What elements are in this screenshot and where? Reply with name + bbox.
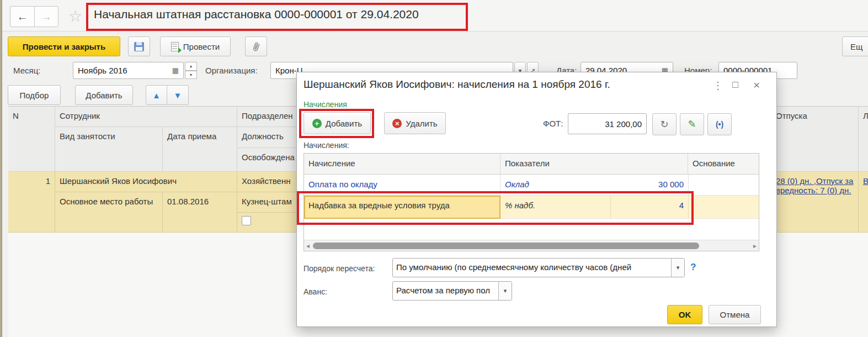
ok-label: OK (679, 310, 691, 319)
accruals-table: Начисление Показатели Основание Оплата п… (303, 153, 759, 251)
dialog-remove-label: Удалить (406, 119, 437, 128)
maximize-icon[interactable]: □ (732, 79, 738, 91)
recalc-value: По умолчанию (по среднемесячному количес… (393, 259, 671, 277)
column-header-employee[interactable]: Сотрудник (55, 107, 237, 127)
close-icon[interactable]: × (753, 78, 760, 92)
advance-value: Расчетом за первую пол (393, 282, 498, 300)
pick-button[interactable]: Подбор (8, 85, 61, 105)
refresh-icon: ↻ (660, 118, 668, 130)
move-up-button[interactable]: ▲ (146, 85, 167, 105)
fot-value: 31 200,00 (605, 119, 642, 129)
page-title: Начальная штатная расстановка 0000-00000… (94, 8, 419, 21)
accrual-row-name[interactable]: Надбавка за вредные условия труда (304, 196, 500, 219)
save-button[interactable] (128, 36, 150, 56)
ok-button[interactable]: OK (667, 305, 702, 324)
window-edge (0, 0, 2, 337)
column-header-indicators[interactable]: Показатели (500, 154, 688, 175)
app-window: ← → ☆ Начальная штатная расстановка 0000… (0, 0, 868, 337)
accrual-row-value[interactable]: 30 000 (611, 175, 688, 196)
save-icon (134, 42, 144, 51)
accruals-table-label: Начисления: (303, 141, 349, 150)
column-header-last[interactable]: Л (859, 107, 868, 172)
title-bar: ← → ☆ Начальная штатная расстановка 0000… (0, 0, 868, 31)
help-link[interactable]: ? (690, 262, 696, 273)
add-row-button[interactable]: Добавить (75, 85, 133, 105)
recalc-dropdown-button[interactable]: ▾ (671, 259, 684, 277)
column-header-n[interactable]: N (8, 107, 55, 172)
accruals-dialog: Шершанский Яков Иосифович: начисления на… (296, 72, 777, 327)
vacations-link[interactable]: 28 (0) дн. ,Отпуск за вредность: 7 (0) д… (776, 176, 853, 195)
dialog-remove-button[interactable]: × Удалить (384, 112, 446, 134)
month-value: Ноябрь 2016 (78, 66, 127, 75)
fot-broadcast-button[interactable]: (•) (707, 113, 732, 135)
last-col-link[interactable]: В (863, 176, 868, 186)
dialog-add-label: Добавить (326, 119, 362, 128)
nav-buttons: ← → (10, 6, 58, 27)
add-row-label: Добавить (86, 91, 122, 100)
fot-refresh-button[interactable]: ↻ (652, 113, 677, 135)
column-header-accrual[interactable]: Начисление (304, 154, 500, 175)
broadcast-icon: (•) (716, 120, 723, 129)
row-number-cell[interactable]: 1 (8, 172, 55, 233)
dialog-add-button[interactable]: + Добавить (303, 112, 371, 134)
more-button[interactable]: Ещ (842, 36, 868, 56)
accrual-row-indicator[interactable]: % надб. (500, 196, 611, 219)
scroll-right-icon[interactable]: ▸ (753, 242, 757, 250)
accrual-row-value[interactable]: 4 (611, 196, 688, 219)
kebab-menu-icon[interactable]: ⋮ (713, 80, 723, 92)
column-header-employment[interactable]: Вид занятости (55, 127, 163, 172)
employee-cell[interactable]: Шершанский Яков Иосифович (55, 172, 237, 192)
pencil-icon: ✎ (688, 118, 696, 130)
post-and-close-button[interactable]: Провести и закрыть (8, 36, 120, 56)
pick-label: Подбор (20, 91, 49, 100)
move-down-button[interactable]: ▼ (167, 85, 189, 105)
accrual-row-basis[interactable] (688, 196, 759, 219)
column-header-vacations[interactable]: Отпуска (771, 107, 859, 172)
advance-dropdown-button[interactable]: ▾ (498, 282, 512, 300)
attachments-button[interactable] (245, 36, 267, 56)
vacations-cell[interactable]: 28 (0) дн. ,Отпуск за вредность: 7 (0) д… (771, 172, 859, 233)
fot-label: ФОТ: (543, 119, 563, 128)
fot-edit-button[interactable]: ✎ (680, 113, 704, 135)
column-header-basis[interactable]: Основание (688, 154, 759, 175)
month-input[interactable]: Ноябрь 2016 ▦ (73, 62, 184, 79)
last-col-cell[interactable]: В (859, 172, 868, 233)
scroll-left-icon[interactable]: ◂ (306, 242, 310, 250)
post-document-icon (171, 42, 179, 51)
organization-label: Организация: (205, 66, 258, 75)
column-header-hire-date[interactable]: Дата приема (163, 127, 237, 172)
released-checkbox[interactable] (242, 216, 251, 225)
accrual-row-indicator[interactable]: Оклад (500, 175, 611, 196)
recalc-select[interactable]: По умолчанию (по среднемесячному количес… (392, 258, 685, 277)
move-down-icon: ▼ (174, 91, 182, 100)
move-up-icon: ▲ (152, 91, 161, 100)
combo-arrow-icon: ▾ (677, 264, 680, 271)
month-step-down-button[interactable]: ▾ (185, 71, 197, 80)
plus-circle-icon: + (312, 119, 322, 128)
forward-button[interactable]: → (34, 6, 58, 27)
spin-down-icon: ▾ (190, 72, 192, 77)
post-and-close-label: Провести и закрыть (23, 42, 105, 51)
month-label: Месяц: (13, 66, 40, 75)
fot-input[interactable]: 31 200,00 (568, 113, 647, 134)
cancel-button[interactable]: Отмена (709, 305, 761, 324)
hire-date-cell[interactable]: 01.08.2016 (163, 192, 237, 233)
dialog-title: Шершанский Яков Иосифович: начисления на… (303, 78, 610, 91)
month-step-up-button[interactable]: ▴ (185, 62, 197, 71)
accrual-row-basis[interactable] (688, 175, 759, 196)
post-label: Провести (183, 42, 220, 51)
back-arrow-icon: ← (17, 10, 28, 23)
employment-cell[interactable]: Основное место работы (55, 192, 163, 233)
accrual-row-name[interactable]: Оплата по окладу (304, 175, 500, 196)
post-button[interactable]: Провести (160, 36, 231, 56)
advance-label: Аванс: (303, 287, 327, 296)
calendar-icon[interactable]: ▦ (172, 66, 179, 75)
horizontal-scrollbar[interactable]: ◂ ▸ (304, 240, 759, 251)
back-button[interactable]: ← (10, 6, 34, 27)
more-label: Ещ (850, 42, 862, 51)
advance-select[interactable]: Расчетом за первую пол ▾ (392, 281, 512, 301)
favorite-star-icon[interactable]: ☆ (68, 7, 82, 25)
scrollbar-thumb[interactable] (313, 243, 699, 249)
forward-arrow-icon: → (41, 10, 52, 23)
spin-up-icon: ▴ (190, 64, 192, 69)
